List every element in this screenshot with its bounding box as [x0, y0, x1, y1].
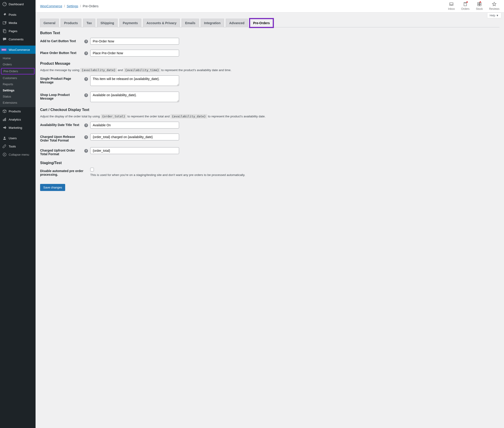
sidebar-item-label: Dashboard: [9, 2, 24, 6]
help-icon[interactable]: ?: [84, 93, 88, 97]
input-avail-title[interactable]: [90, 122, 179, 129]
sidebar-item-products[interactable]: Products: [0, 107, 36, 115]
sidebar-sub-settings[interactable]: Settings: [0, 87, 36, 93]
products-icon: [2, 109, 7, 114]
help-icon[interactable]: ?: [84, 135, 88, 139]
settings-tabs: General Products Tax Shipping Payments A…: [40, 19, 499, 27]
textarea-single-product[interactable]: This item will be released on {availabil…: [90, 75, 179, 86]
save-button[interactable]: Save changes: [40, 184, 65, 191]
main-area: WooCommerce / Settings / Pre-Orders Inbo…: [36, 0, 504, 428]
tab-integration[interactable]: Integration: [201, 19, 224, 27]
topicon-inbox[interactable]: Inbox: [448, 2, 455, 10]
tab-accounts[interactable]: Accounts & Privacy: [143, 19, 180, 27]
sidebar-item-pages[interactable]: Pages: [0, 27, 36, 35]
sidebar-sub-preorders[interactable]: Pre-Orders: [1, 68, 35, 74]
help-icon[interactable]: ?: [84, 149, 88, 153]
notification-dot-icon: [466, 1, 468, 3]
help-icon[interactable]: ?: [84, 51, 88, 55]
users-icon: [2, 136, 7, 140]
label-place-order: Place Order Button Text: [40, 51, 76, 55]
collapse-icon: [2, 152, 7, 157]
label-charged-release: Charged Upon Release Order Total Format: [40, 135, 82, 142]
topicon-orders[interactable]: Orders: [461, 2, 470, 10]
checkbox-disable-processing[interactable]: [90, 168, 94, 171]
sidebar-sub-status[interactable]: Status: [0, 93, 36, 99]
label-charged-upfront: Charged Upfront Order Total Format: [40, 148, 82, 156]
sidebar-item-label: Analytics: [9, 118, 21, 121]
sidebar-sub-reports[interactable]: Reports: [0, 81, 36, 87]
hint-disable-processing: This is used for when you're on a stagin…: [90, 173, 499, 177]
svg-rect-6: [4, 118, 5, 121]
top-icons: Inbox Orders Stock Reviews: [448, 2, 499, 10]
input-charged-release[interactable]: [90, 133, 179, 140]
admin-sidebar: Dashboard Posts Media Pages Comments woo…: [0, 0, 36, 428]
tab-products[interactable]: Products: [61, 19, 81, 27]
svg-rect-5: [3, 119, 4, 121]
sidebar-item-label: Collapse menu: [9, 153, 29, 156]
sidebar-item-dashboard[interactable]: Dashboard: [0, 0, 36, 8]
help-icon[interactable]: ?: [84, 40, 88, 43]
svg-point-2: [5, 22, 6, 23]
label-avail-title: Availability Date Title Text: [40, 123, 79, 127]
section-staging: Staging/Test: [40, 161, 499, 165]
breadcrumb-settings[interactable]: Settings: [67, 4, 78, 8]
breadcrumb-woocommerce[interactable]: WooCommerce: [40, 4, 62, 8]
tab-emails[interactable]: Emails: [182, 19, 199, 27]
label-single-product: Single Product Page Message: [40, 77, 82, 84]
tab-tax[interactable]: Tax: [83, 19, 95, 27]
input-place-order[interactable]: [90, 50, 179, 57]
sidebar-sub-orders[interactable]: Orders: [0, 61, 36, 67]
sidebar-submenu: Home Orders Pre-Orders Customers Reports…: [0, 54, 36, 107]
textarea-shop-loop[interactable]: Available on {availability_date}.: [90, 92, 179, 102]
tab-shipping[interactable]: Shipping: [97, 19, 118, 27]
sidebar-sub-home[interactable]: Home: [0, 55, 36, 61]
inbox-icon: [449, 2, 454, 6]
sidebar-item-tools[interactable]: Tools: [0, 142, 36, 150]
svg-rect-4: [4, 30, 6, 33]
marketing-icon: [2, 125, 7, 130]
product-message-desc: Adjust the message by using {availabilit…: [40, 68, 499, 72]
sidebar-item-comments[interactable]: Comments: [0, 35, 36, 43]
section-button-text: Button Text: [40, 31, 499, 35]
tab-preorders[interactable]: Pre-Orders: [250, 19, 273, 27]
tab-payments[interactable]: Payments: [119, 19, 141, 27]
sidebar-item-posts[interactable]: Posts: [0, 10, 36, 19]
help-button[interactable]: Help ▼: [487, 13, 501, 18]
sidebar-item-analytics[interactable]: Analytics: [0, 115, 36, 123]
notification-dot-icon: [480, 1, 481, 3]
svg-rect-15: [480, 4, 481, 6]
sidebar-collapse[interactable]: Collapse menu: [0, 150, 36, 159]
topbar: WooCommerce / Settings / Pre-Orders Inbo…: [36, 0, 504, 13]
comments-icon: [2, 37, 7, 41]
analytics-icon: [2, 117, 7, 122]
input-charged-upfront[interactable]: [90, 147, 179, 154]
svg-rect-14: [478, 4, 479, 6]
sidebar-item-label: Pages: [9, 29, 17, 33]
input-add-to-cart[interactable]: [90, 38, 179, 45]
tab-advanced[interactable]: Advanced: [226, 19, 248, 27]
topicon-reviews[interactable]: Reviews: [489, 2, 499, 10]
label-add-to-cart: Add to Cart Button Text: [40, 39, 76, 43]
sidebar-item-media[interactable]: Media: [0, 19, 36, 27]
breadcrumb-current: Pre-Orders: [83, 4, 98, 8]
svg-point-9: [3, 153, 6, 156]
pin-icon: [2, 12, 7, 17]
svg-rect-11: [464, 2, 467, 6]
sidebar-item-users[interactable]: Users: [0, 134, 36, 142]
dashboard-icon: [2, 2, 7, 6]
sidebar-item-label: Media: [9, 21, 17, 25]
pages-icon: [2, 29, 7, 33]
topicon-stock[interactable]: Stock: [476, 2, 483, 10]
label-shop-loop: Shop Loop Product Message: [40, 93, 82, 100]
sidebar-item-label: Marketing: [9, 126, 22, 130]
sidebar-sub-customers[interactable]: Customers: [0, 75, 36, 81]
cart-checkout-desc: Adjust the display of the order total by…: [40, 115, 499, 118]
help-icon[interactable]: ?: [84, 123, 88, 127]
help-icon[interactable]: ?: [84, 77, 88, 81]
sidebar-item-marketing[interactable]: Marketing: [0, 123, 36, 132]
sidebar-item-woocommerce[interactable]: woo WooCommerce: [0, 46, 36, 54]
sidebar-sub-extensions[interactable]: Extensions: [0, 99, 36, 106]
sidebar-item-label: Users: [9, 137, 17, 140]
breadcrumb: WooCommerce / Settings / Pre-Orders: [40, 4, 98, 8]
tab-general[interactable]: General: [40, 19, 59, 27]
